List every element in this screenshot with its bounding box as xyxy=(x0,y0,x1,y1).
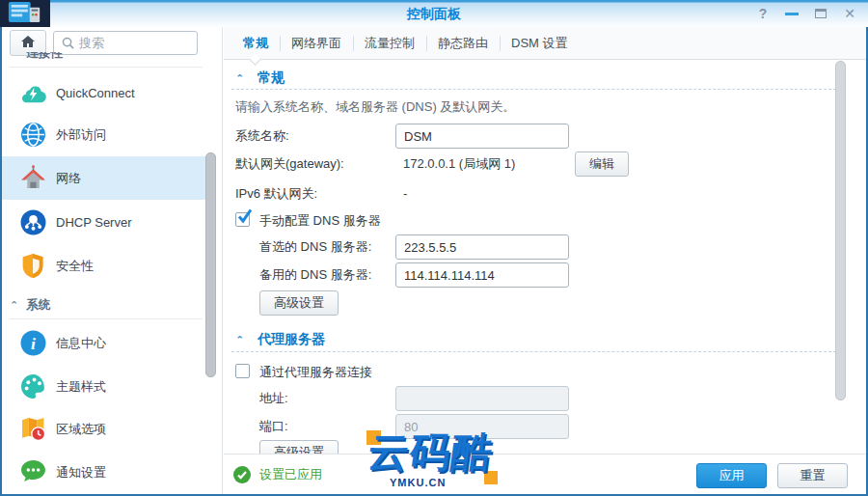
chevron-up-icon: ⌃ xyxy=(10,52,18,59)
home-icon xyxy=(20,35,36,52)
preferred-dns-input[interactable] xyxy=(395,234,569,260)
divider xyxy=(231,89,841,90)
sidebar-section-connectivity[interactable]: ⌃连接性 xyxy=(10,52,203,66)
maximize-icon[interactable] xyxy=(810,3,831,24)
collapse-icon[interactable]: ⌃ xyxy=(235,72,244,84)
control-panel-icon xyxy=(7,0,43,28)
window-title: 控制面板 xyxy=(0,0,868,27)
sidebar-item-quickconnect[interactable]: QuickConnect xyxy=(2,71,207,115)
divider xyxy=(10,318,203,319)
palette-icon xyxy=(20,373,46,400)
map-clock-icon xyxy=(20,416,46,442)
divider xyxy=(10,67,203,68)
sidebar-item-notification[interactable]: 通知设置 xyxy=(2,451,207,494)
search-input[interactable] xyxy=(79,36,176,50)
control-panel-window: 控制面板 ? ✕ xyxy=(0,0,868,496)
alternative-dns-label: 备用的 DNS 服务器: xyxy=(259,262,371,288)
alternative-dns-input[interactable] xyxy=(395,262,569,288)
checkmark-icon xyxy=(236,207,254,225)
shield-icon xyxy=(20,253,46,279)
apply-button[interactable]: 应用 xyxy=(696,463,767,488)
quickconnect-cloud-icon xyxy=(20,80,46,106)
sidebar-item-network[interactable]: 网络 xyxy=(2,156,207,200)
sidebar-item-theme[interactable]: 主题样式 xyxy=(2,365,207,408)
manual-dns-checkbox[interactable] xyxy=(235,212,250,227)
sidebar-item-external-access[interactable]: 外部访问 xyxy=(2,113,207,156)
globe-icon xyxy=(20,122,46,148)
status-text: 设置已应用 xyxy=(259,466,322,483)
proxy-port-input xyxy=(395,414,569,439)
tab-network-interface[interactable]: 网络界面 xyxy=(280,27,353,59)
sidebar-item-security[interactable]: 安全性 xyxy=(2,244,207,288)
close-icon[interactable]: ✕ xyxy=(839,3,860,24)
app-icon-corner xyxy=(0,0,50,27)
sidebar-item-info-center[interactable]: i 信息中心 xyxy=(2,321,207,365)
minimize-icon[interactable] xyxy=(781,3,802,24)
proxy-section-heading: ⌃ 代理服务器 xyxy=(235,331,325,348)
sidebar-item-regional[interactable]: 区域选项 xyxy=(2,407,207,451)
help-icon[interactable]: ? xyxy=(752,3,773,24)
tab-traffic-control[interactable]: 流量控制 xyxy=(353,27,426,59)
proxy-connect-label: 通过代理服务器连接 xyxy=(259,364,372,381)
status: 设置已应用 xyxy=(233,455,322,495)
ipv6-gateway-label: IPv6 默认网关: xyxy=(235,181,317,207)
proxy-connect-checkbox[interactable] xyxy=(235,364,250,378)
proxy-address-label: 地址: xyxy=(259,386,288,411)
sidebar-section-system[interactable]: ⌃ 系统 xyxy=(10,293,203,317)
sidebar-item-dhcp-server[interactable]: DHCP Server xyxy=(2,201,207,244)
gateway-label: 默认网关(gateway): xyxy=(235,152,344,177)
dhcp-octopus-icon xyxy=(20,209,46,235)
content-scrollbar[interactable] xyxy=(835,60,846,454)
gateway-value: 172.0.0.1 (局域网 1) xyxy=(403,152,515,177)
titlebar: 控制面板 xyxy=(0,0,868,27)
collapse-icon[interactable]: ⌃ xyxy=(235,334,244,345)
footer-bar: 设置已应用 应用 重置 xyxy=(224,454,866,494)
general-description: 请输入系统名称、域名服务器 (DNS) 及默认网关。 xyxy=(235,98,515,116)
sidebar: ⌃连接性 QuickConnect 外部 xyxy=(2,27,223,494)
proxy-address-input xyxy=(395,386,569,411)
system-name-input[interactable] xyxy=(395,124,569,149)
network-home-icon xyxy=(20,165,46,191)
main-content: 常规 网络界面 流量控制 静态路由 DSM 设置 ⌃ 常规 请输入系统名称、域名… xyxy=(224,27,866,494)
check-circle-icon xyxy=(233,466,251,483)
tab-dsm-settings[interactable]: DSM 设置 xyxy=(500,27,580,59)
manual-dns-label: 手动配置 DNS 服务器 xyxy=(259,212,381,230)
ipv6-gateway-value: - xyxy=(403,181,407,207)
tab-bar: 常规 网络界面 流量控制 静态路由 DSM 设置 xyxy=(224,27,866,60)
proxy-port-label: 端口: xyxy=(259,414,288,439)
search-icon xyxy=(62,37,74,49)
preferred-dns-label: 首选的 DNS 服务器: xyxy=(259,234,371,260)
reset-button[interactable]: 重置 xyxy=(777,463,848,488)
window-controls: ? ✕ xyxy=(752,0,860,27)
gateway-edit-button[interactable]: 编辑 xyxy=(575,152,629,177)
tab-static-route[interactable]: 静态路由 xyxy=(426,27,500,59)
system-name-label: 系统名称: xyxy=(235,124,289,149)
dns-advanced-button[interactable]: 高级设置 xyxy=(259,290,339,316)
svg-text:i: i xyxy=(31,334,36,353)
general-section-heading: ⌃ 常规 xyxy=(235,69,285,87)
divider xyxy=(231,351,841,352)
chevron-up-icon: ⌃ xyxy=(10,299,18,312)
info-icon: i xyxy=(20,330,46,356)
notification-bubble-icon xyxy=(20,459,46,485)
content-scrollbar-thumb[interactable] xyxy=(835,61,846,400)
sidebar-scrollbar[interactable] xyxy=(205,152,216,377)
